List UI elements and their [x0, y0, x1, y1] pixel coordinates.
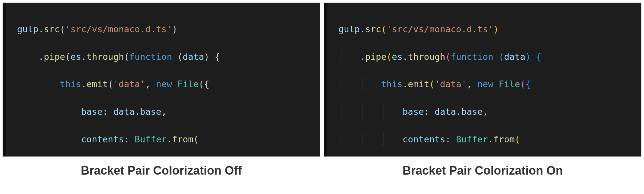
token-punct: ,: [483, 107, 488, 117]
token-var: data: [504, 52, 525, 62]
token-kw: function: [450, 52, 493, 62]
token-str: 'src/vs/monaco.d.ts': [65, 24, 172, 34]
bracket: ): [525, 52, 531, 62]
token-fn: pipe: [365, 52, 386, 62]
token-punct: .: [402, 52, 408, 62]
token-var: data: [113, 107, 135, 117]
bracket: (: [429, 79, 434, 89]
token-var: es: [71, 52, 81, 62]
bracket: ): [172, 24, 177, 34]
bracket: (: [499, 52, 504, 62]
bracket: {: [536, 52, 541, 62]
code-editor-off: gulp.src('src/vs/monaco.d.ts') .pipe(es.…: [3, 3, 320, 157]
bracket: {: [204, 79, 209, 89]
bracket: ): [204, 52, 209, 62]
code-line: .pipe(es.through(function (data) {: [17, 50, 313, 64]
token-punct: :: [445, 134, 450, 144]
code-line: base: data.base,: [17, 105, 313, 119]
token-var: gulp: [17, 24, 38, 34]
token-class: Buffer: [456, 134, 488, 144]
token-str: 'src/vs/monaco.d.ts': [386, 24, 493, 34]
token-kw: new: [156, 79, 172, 89]
token-punct: .: [135, 107, 140, 117]
token-kw: new: [477, 79, 494, 89]
token-fn: emit: [86, 79, 108, 89]
bracket: (: [386, 52, 392, 62]
pane-on: gulp.src('src/vs/monaco.d.ts') .pipe(es.…: [324, 3, 641, 178]
token-fn: emit: [408, 79, 429, 89]
token-key: contents: [81, 134, 124, 144]
bracket: (: [515, 134, 520, 144]
token-punct: .: [488, 134, 493, 144]
token-var: gulp: [338, 24, 360, 34]
token-fn: src: [44, 24, 60, 34]
token-key: base: [402, 107, 424, 117]
token-punct: :: [124, 134, 129, 144]
code-line: contents: Buffer.from(: [338, 133, 635, 146]
token-punct: ,: [161, 107, 167, 117]
token-fn: src: [365, 24, 381, 34]
token-fn: through: [86, 52, 124, 62]
bracket: (: [124, 52, 129, 62]
token-var: data: [183, 52, 204, 62]
token-class: File: [499, 79, 520, 89]
code-line: base: data.base,: [338, 105, 635, 119]
bracket: (: [177, 52, 183, 62]
bracket: {: [525, 79, 531, 89]
bracket: (: [381, 24, 386, 34]
comparison-container: gulp.src('src/vs/monaco.d.ts') .pipe(es.…: [0, 0, 644, 178]
token-punct: .: [81, 79, 86, 89]
token-var: es: [392, 52, 403, 62]
bracket: (: [445, 52, 450, 62]
code-line: this.emit('data', new File({: [17, 77, 313, 91]
token-str: 'data': [113, 79, 146, 89]
code-editor-on: gulp.src('src/vs/monaco.d.ts') .pipe(es.…: [324, 3, 641, 157]
bracket: (: [194, 134, 199, 144]
token-punct: ,: [145, 79, 150, 89]
bracket: (: [65, 52, 70, 62]
token-fn: through: [408, 52, 445, 62]
token-class: File: [177, 79, 199, 89]
token-punct: .: [360, 52, 365, 62]
token-key: contents: [402, 134, 445, 144]
code-line: gulp.src('src/vs/monaco.d.ts'): [338, 22, 635, 36]
caption-on: Bracket Pair Colorization On: [324, 157, 641, 178]
token-prop: base: [140, 107, 161, 117]
token-class: Buffer: [135, 134, 167, 144]
caption-off: Bracket Pair Colorization Off: [3, 157, 320, 178]
code-line: contents: Buffer.from(: [17, 133, 313, 146]
token-prop: base: [461, 107, 483, 117]
token-kw: function: [129, 52, 172, 62]
bracket: {: [215, 52, 220, 62]
token-str: 'data': [435, 79, 467, 89]
bracket: (: [520, 79, 525, 89]
bracket: (: [108, 79, 113, 89]
code-line: this.emit('data', new File({: [338, 77, 635, 91]
token-punct: ,: [467, 79, 472, 89]
token-punct: .: [402, 79, 408, 89]
bracket: (: [60, 24, 65, 34]
token-kw: this: [381, 79, 402, 89]
token-punct: .: [38, 24, 44, 34]
pane-off: gulp.src('src/vs/monaco.d.ts') .pipe(es.…: [3, 3, 320, 178]
token-fn: pipe: [44, 52, 65, 62]
token-punct: :: [424, 107, 429, 117]
token-fn: from: [493, 134, 515, 144]
token-punct: .: [360, 24, 365, 34]
token-key: base: [81, 107, 103, 117]
token-kw: this: [60, 79, 81, 89]
token-punct: .: [81, 52, 86, 62]
token-punct: :: [103, 107, 108, 117]
token-var: data: [435, 107, 456, 117]
bracket: (: [199, 79, 204, 89]
token-punct: .: [456, 107, 461, 117]
bracket: ): [493, 24, 498, 34]
code-line: gulp.src('src/vs/monaco.d.ts'): [17, 22, 313, 36]
token-fn: from: [172, 134, 193, 144]
token-punct: .: [38, 52, 44, 62]
token-punct: .: [167, 134, 172, 144]
code-line: .pipe(es.through(function (data) {: [338, 50, 635, 64]
